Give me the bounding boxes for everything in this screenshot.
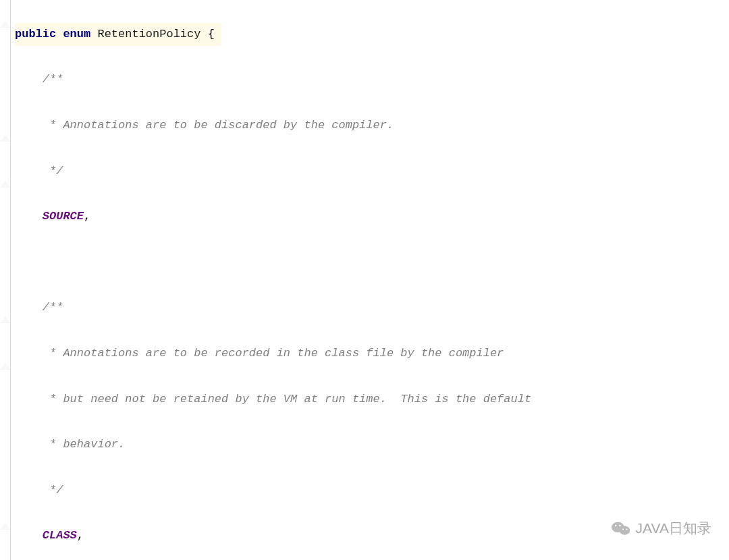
javadoc-text: * Annotations are to be discarded by the… [43, 119, 394, 132]
svg-point-4 [622, 529, 624, 530]
indent [15, 210, 43, 223]
enum-constant-source: SOURCE [43, 210, 84, 223]
javadoc-close: */ [43, 165, 63, 177]
code-area[interactable]: public enum RetentionPolicy { /** * Anno… [12, 0, 729, 560]
javadoc-text: * behavior. [43, 438, 125, 451]
fold-gutter [0, 0, 11, 560]
declaration-line: public enum RetentionPolicy { [15, 23, 221, 46]
comma: , [77, 529, 84, 542]
fold-handle-icon[interactable] [1, 362, 10, 371]
svg-point-3 [619, 525, 620, 526]
indent [15, 529, 43, 542]
watermark-text: JAVA日知录 [636, 517, 711, 540]
javadoc-text: * Annotations are to be recorded in the … [43, 347, 504, 360]
keyword-enum: enum [63, 28, 90, 40]
javadoc-open: /** [43, 301, 63, 314]
svg-point-5 [626, 529, 627, 530]
keyword-public: public [15, 28, 56, 40]
indent [15, 438, 43, 451]
fold-handle-icon[interactable] [1, 315, 10, 325]
indent [15, 347, 43, 360]
watermark: JAVA日知录 [612, 517, 711, 540]
svg-point-2 [615, 525, 616, 526]
indent [15, 165, 43, 177]
comma: , [84, 210, 90, 223]
fold-handle-icon[interactable] [1, 20, 10, 29]
svg-point-1 [619, 526, 630, 535]
javadoc-open: /** [43, 73, 63, 86]
indent [15, 301, 43, 314]
open-brace: { [208, 28, 215, 40]
javadoc-text: * but need not be retained by the VM at … [43, 393, 531, 405]
code-editor[interactable]: public enum RetentionPolicy { /** * Anno… [0, 0, 729, 560]
indent [15, 119, 43, 132]
enum-constant-class: CLASS [43, 529, 77, 542]
type-name: RetentionPolicy [97, 28, 200, 40]
indent [15, 393, 43, 405]
indent [15, 484, 43, 497]
fold-handle-icon[interactable] [1, 522, 10, 531]
wechat-icon [612, 520, 630, 536]
javadoc-close: */ [43, 484, 63, 497]
fold-handle-icon[interactable] [1, 179, 10, 189]
indent [15, 73, 43, 86]
fold-handle-icon[interactable] [1, 134, 10, 143]
